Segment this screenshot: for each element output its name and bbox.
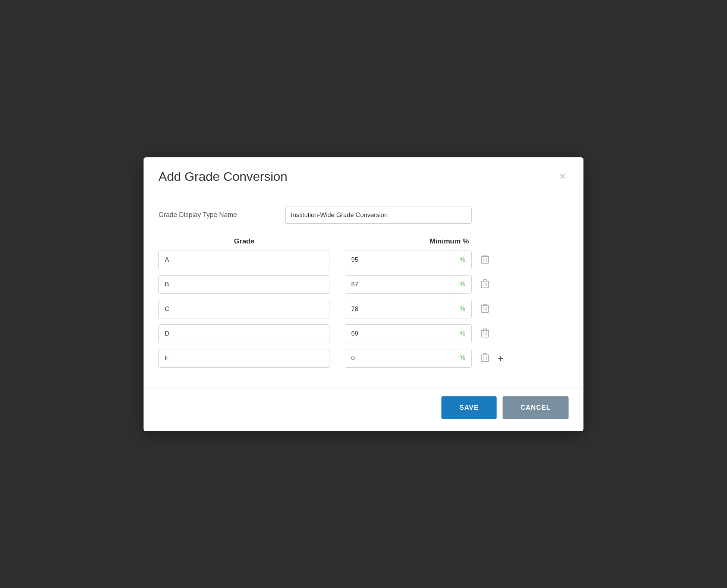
delete-row-a-button[interactable] <box>479 253 491 267</box>
grade-row: % <box>158 251 569 269</box>
percent-suffix: % <box>453 325 471 343</box>
grade-display-type-label: Grade Display Type Name <box>158 211 285 219</box>
row-actions-d <box>479 327 491 341</box>
modal-header: Add Grade Conversion × <box>144 157 583 193</box>
delete-row-c-button[interactable] <box>479 302 491 316</box>
grade-input-wrap <box>158 275 330 294</box>
min-input-d[interactable] <box>345 325 453 343</box>
min-input-f[interactable] <box>345 349 453 367</box>
grade-row-last: % + <box>158 349 569 368</box>
row-actions-c <box>479 302 491 316</box>
min-input-a[interactable] <box>345 251 453 269</box>
svg-rect-14 <box>484 304 487 306</box>
percent-suffix: % <box>453 251 471 269</box>
grade-input-f[interactable] <box>158 349 330 368</box>
modal-title: Add Grade Conversion <box>158 169 287 184</box>
grade-input-d[interactable] <box>158 324 330 343</box>
delete-row-f-button[interactable] <box>479 351 491 365</box>
svg-rect-26 <box>484 353 487 355</box>
grade-input-wrap <box>158 251 330 269</box>
add-grade-conversion-modal: Add Grade Conversion × Grade Display Typ… <box>144 157 583 431</box>
svg-rect-20 <box>484 329 487 330</box>
min-input-wrap-c: % <box>345 300 472 318</box>
percent-suffix: % <box>453 276 471 293</box>
cancel-button[interactable]: CANCEL <box>503 396 569 419</box>
svg-rect-2 <box>484 255 487 257</box>
grade-row: % <box>158 300 569 318</box>
delete-row-b-button[interactable] <box>479 277 491 292</box>
add-grade-row-button[interactable]: + <box>496 352 505 365</box>
table-header-row: Grade Minimum % <box>158 237 569 245</box>
grades-table: Grade Minimum % % <box>158 237 569 368</box>
grade-input-wrap <box>158 349 330 368</box>
grade-input-c[interactable] <box>158 300 330 318</box>
delete-row-d-button[interactable] <box>479 327 491 341</box>
row-actions-a <box>479 253 491 267</box>
min-input-wrap-a: % <box>345 251 472 269</box>
save-button[interactable]: SAVE <box>441 396 497 419</box>
percent-suffix: % <box>453 300 471 318</box>
grade-input-b[interactable] <box>158 275 330 294</box>
grade-display-type-row: Grade Display Type Name <box>158 207 569 224</box>
min-column-header: Minimum % <box>330 237 569 245</box>
modal-body: Grade Display Type Name Grade Minimum % … <box>144 193 583 387</box>
grade-input-a[interactable] <box>158 251 330 269</box>
min-input-wrap-d: % <box>345 324 472 343</box>
percent-suffix: % <box>453 349 471 367</box>
grade-column-header: Grade <box>158 237 330 245</box>
grade-display-type-input[interactable] <box>285 207 472 224</box>
close-button[interactable]: × <box>557 170 569 183</box>
modal-footer: SAVE CANCEL <box>144 387 583 431</box>
grade-row: % <box>158 275 569 294</box>
svg-rect-8 <box>484 280 487 281</box>
min-input-wrap-f: % <box>345 349 472 368</box>
min-input-c[interactable] <box>345 300 453 318</box>
grade-row: % <box>158 324 569 343</box>
row-actions-b <box>479 277 491 292</box>
min-input-wrap-b: % <box>345 275 472 294</box>
grade-input-wrap <box>158 300 330 318</box>
grade-input-wrap <box>158 324 330 343</box>
row-actions-f: + <box>479 351 505 365</box>
min-input-b[interactable] <box>345 276 453 293</box>
